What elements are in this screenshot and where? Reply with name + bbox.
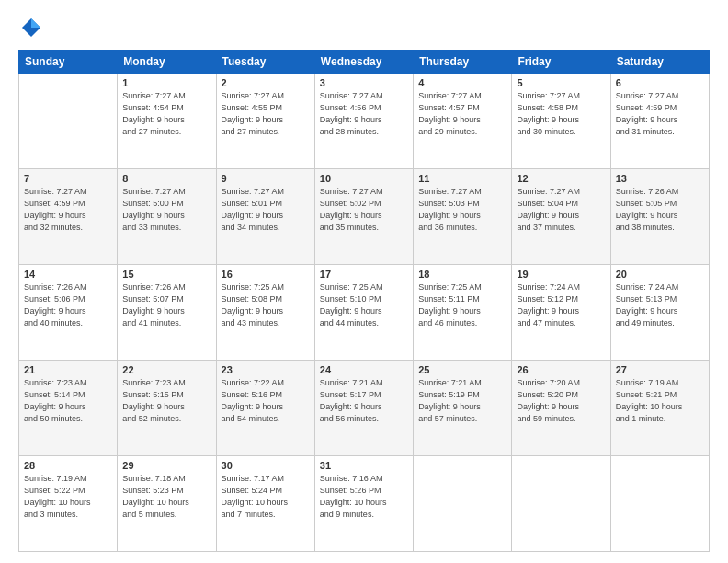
day-info: Sunrise: 7:27 AM Sunset: 4:58 PM Dayligh… <box>517 90 605 138</box>
weekday-friday: Friday <box>512 51 610 74</box>
calendar-cell <box>610 456 709 552</box>
calendar-cell: 8Sunrise: 7:27 AM Sunset: 5:00 PM Daylig… <box>118 169 216 265</box>
day-number: 12 <box>517 173 605 184</box>
day-number: 26 <box>517 364 605 375</box>
day-info: Sunrise: 7:21 AM Sunset: 5:19 PM Dayligh… <box>418 377 506 425</box>
day-info: Sunrise: 7:27 AM Sunset: 4:59 PM Dayligh… <box>616 90 704 138</box>
day-info: Sunrise: 7:27 AM Sunset: 4:55 PM Dayligh… <box>222 90 310 138</box>
weekday-saturday: Saturday <box>610 51 709 74</box>
calendar-cell: 21Sunrise: 7:23 AM Sunset: 5:14 PM Dayli… <box>19 361 118 456</box>
calendar-cell: 4Sunrise: 7:27 AM Sunset: 4:57 PM Daylig… <box>414 74 512 169</box>
day-number: 22 <box>122 364 210 375</box>
day-number: 10 <box>320 173 408 184</box>
day-info: Sunrise: 7:25 AM Sunset: 5:10 PM Dayligh… <box>320 282 408 329</box>
calendar-cell: 19Sunrise: 7:24 AM Sunset: 5:12 PM Dayli… <box>512 265 610 361</box>
calendar-cell: 25Sunrise: 7:21 AM Sunset: 5:19 PM Dayli… <box>414 361 512 456</box>
day-number: 5 <box>517 77 605 88</box>
day-number: 23 <box>222 364 310 375</box>
day-info: Sunrise: 7:19 AM Sunset: 5:22 PM Dayligh… <box>24 473 112 521</box>
day-number: 28 <box>24 460 112 471</box>
day-number: 20 <box>616 269 704 280</box>
day-info: Sunrise: 7:27 AM Sunset: 5:04 PM Dayligh… <box>517 186 605 234</box>
calendar-cell: 28Sunrise: 7:19 AM Sunset: 5:22 PM Dayli… <box>19 456 118 552</box>
weekday-tuesday: Tuesday <box>216 51 314 74</box>
weekday-header-row: SundayMondayTuesdayWednesdayThursdayFrid… <box>19 51 710 74</box>
day-info: Sunrise: 7:18 AM Sunset: 5:23 PM Dayligh… <box>122 473 210 521</box>
weekday-wednesday: Wednesday <box>314 51 413 74</box>
weekday-thursday: Thursday <box>414 51 512 74</box>
day-info: Sunrise: 7:26 AM Sunset: 5:06 PM Dayligh… <box>24 282 112 329</box>
calendar-cell: 23Sunrise: 7:22 AM Sunset: 5:16 PM Dayli… <box>216 361 314 456</box>
day-number: 25 <box>418 364 506 375</box>
day-number: 1 <box>122 77 210 88</box>
calendar-cell: 30Sunrise: 7:17 AM Sunset: 5:24 PM Dayli… <box>216 456 314 552</box>
calendar-cell: 18Sunrise: 7:25 AM Sunset: 5:11 PM Dayli… <box>414 265 512 361</box>
day-number: 7 <box>24 173 112 184</box>
day-info: Sunrise: 7:27 AM Sunset: 5:00 PM Dayligh… <box>122 186 210 234</box>
weekday-sunday: Sunday <box>19 51 118 74</box>
day-number: 8 <box>122 173 210 184</box>
calendar-cell: 9Sunrise: 7:27 AM Sunset: 5:01 PM Daylig… <box>216 169 314 265</box>
weekday-monday: Monday <box>118 51 216 74</box>
calendar-cell: 26Sunrise: 7:20 AM Sunset: 5:20 PM Dayli… <box>512 361 610 456</box>
calendar-cell: 29Sunrise: 7:18 AM Sunset: 5:23 PM Dayli… <box>118 456 216 552</box>
day-info: Sunrise: 7:26 AM Sunset: 5:05 PM Dayligh… <box>616 186 704 234</box>
day-number: 27 <box>616 364 704 375</box>
day-info: Sunrise: 7:23 AM Sunset: 5:14 PM Dayligh… <box>24 377 112 425</box>
day-number: 30 <box>222 460 310 471</box>
day-number: 21 <box>24 364 112 375</box>
day-number: 17 <box>320 269 408 280</box>
calendar-cell: 7Sunrise: 7:27 AM Sunset: 4:59 PM Daylig… <box>19 169 118 265</box>
day-info: Sunrise: 7:27 AM Sunset: 5:03 PM Dayligh… <box>418 186 506 234</box>
calendar-cell: 12Sunrise: 7:27 AM Sunset: 5:04 PM Dayli… <box>512 169 610 265</box>
day-info: Sunrise: 7:19 AM Sunset: 5:21 PM Dayligh… <box>616 377 704 425</box>
day-info: Sunrise: 7:25 AM Sunset: 5:08 PM Dayligh… <box>222 282 310 329</box>
day-info: Sunrise: 7:23 AM Sunset: 5:15 PM Dayligh… <box>122 377 210 425</box>
day-info: Sunrise: 7:24 AM Sunset: 5:12 PM Dayligh… <box>517 282 605 329</box>
calendar-table: SundayMondayTuesdayWednesdayThursdayFrid… <box>18 50 710 552</box>
day-info: Sunrise: 7:22 AM Sunset: 5:16 PM Dayligh… <box>222 377 310 425</box>
logo <box>18 15 48 40</box>
day-info: Sunrise: 7:27 AM Sunset: 4:54 PM Dayligh… <box>122 90 210 138</box>
svg-marker-1 <box>31 18 40 28</box>
day-number: 4 <box>418 77 506 88</box>
calendar-cell: 15Sunrise: 7:26 AM Sunset: 5:07 PM Dayli… <box>118 265 216 361</box>
day-number: 2 <box>222 77 310 88</box>
day-info: Sunrise: 7:21 AM Sunset: 5:17 PM Dayligh… <box>320 377 408 425</box>
calendar-cell <box>512 456 610 552</box>
day-number: 15 <box>122 269 210 280</box>
logo-icon <box>18 15 44 40</box>
calendar-cell: 24Sunrise: 7:21 AM Sunset: 5:17 PM Dayli… <box>314 361 413 456</box>
day-info: Sunrise: 7:27 AM Sunset: 5:02 PM Dayligh… <box>320 186 408 234</box>
day-number: 31 <box>320 460 408 471</box>
calendar-cell: 27Sunrise: 7:19 AM Sunset: 5:21 PM Dayli… <box>610 361 709 456</box>
calendar-cell: 17Sunrise: 7:25 AM Sunset: 5:10 PM Dayli… <box>314 265 413 361</box>
day-number: 18 <box>418 269 506 280</box>
day-info: Sunrise: 7:17 AM Sunset: 5:24 PM Dayligh… <box>222 473 310 521</box>
day-number: 11 <box>418 173 506 184</box>
day-info: Sunrise: 7:27 AM Sunset: 5:01 PM Dayligh… <box>222 186 310 234</box>
calendar-cell: 31Sunrise: 7:16 AM Sunset: 5:26 PM Dayli… <box>314 456 413 552</box>
calendar-cell: 6Sunrise: 7:27 AM Sunset: 4:59 PM Daylig… <box>610 74 709 169</box>
calendar-cell: 22Sunrise: 7:23 AM Sunset: 5:15 PM Dayli… <box>118 361 216 456</box>
calendar-cell: 3Sunrise: 7:27 AM Sunset: 4:56 PM Daylig… <box>314 74 413 169</box>
calendar-cell: 5Sunrise: 7:27 AM Sunset: 4:58 PM Daylig… <box>512 74 610 169</box>
day-number: 29 <box>122 460 210 471</box>
week-row-3: 21Sunrise: 7:23 AM Sunset: 5:14 PM Dayli… <box>19 361 710 456</box>
calendar-cell <box>19 74 118 169</box>
week-row-0: 1Sunrise: 7:27 AM Sunset: 4:54 PM Daylig… <box>19 74 710 169</box>
calendar-page: SundayMondayTuesdayWednesdayThursdayFrid… <box>0 0 728 563</box>
day-info: Sunrise: 7:25 AM Sunset: 5:11 PM Dayligh… <box>418 282 506 329</box>
week-row-1: 7Sunrise: 7:27 AM Sunset: 4:59 PM Daylig… <box>19 169 710 265</box>
day-number: 24 <box>320 364 408 375</box>
day-info: Sunrise: 7:26 AM Sunset: 5:07 PM Dayligh… <box>122 282 210 329</box>
calendar-cell: 16Sunrise: 7:25 AM Sunset: 5:08 PM Dayli… <box>216 265 314 361</box>
calendar-cell: 1Sunrise: 7:27 AM Sunset: 4:54 PM Daylig… <box>118 74 216 169</box>
calendar-cell: 11Sunrise: 7:27 AM Sunset: 5:03 PM Dayli… <box>414 169 512 265</box>
day-number: 9 <box>222 173 310 184</box>
week-row-4: 28Sunrise: 7:19 AM Sunset: 5:22 PM Dayli… <box>19 456 710 552</box>
calendar-cell: 20Sunrise: 7:24 AM Sunset: 5:13 PM Dayli… <box>610 265 709 361</box>
day-number: 19 <box>517 269 605 280</box>
day-info: Sunrise: 7:27 AM Sunset: 4:57 PM Dayligh… <box>418 90 506 138</box>
day-number: 16 <box>222 269 310 280</box>
